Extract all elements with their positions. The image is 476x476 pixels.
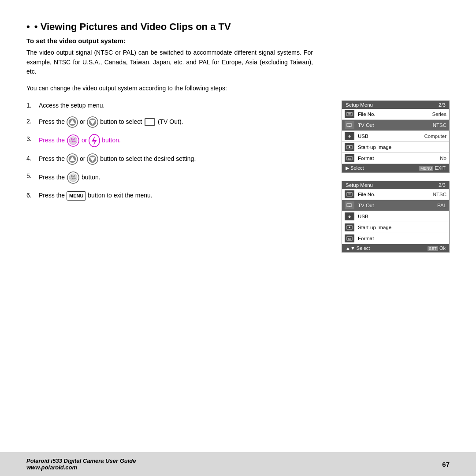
format-icon-1: SD — [346, 156, 353, 160]
menu-2-footer: ▲▼ Select SET Ok — [342, 244, 449, 252]
menu-1-icon-5: SD — [345, 154, 354, 162]
arrow-up-icon — [67, 116, 78, 128]
menu-1-select-label: ▶ Select — [346, 165, 364, 171]
step-3: 3. Press the SET DISP or button. — [26, 134, 333, 147]
menu-2-label-5: Format — [358, 236, 446, 241]
menu-1-value-1: Series — [432, 112, 446, 117]
menu-1-row-3: ⊕ USB Computer — [342, 131, 449, 142]
menu-1-header: Setup Menu 2/3 — [342, 101, 449, 109]
menu-1-label-1: File No. — [358, 112, 432, 117]
flash-icon-pink — [89, 134, 100, 147]
step-4-num: 4. — [26, 153, 35, 163]
setup-menu-1: Setup Menu 2/3 001 File No. Series — [342, 100, 450, 173]
svg-text:DISP: DISP — [71, 177, 76, 180]
menu-2-icon-2 — [345, 201, 354, 209]
svg-point-28 — [349, 146, 350, 148]
body-text-1: The video output signal (NTSC or PAL) ca… — [26, 48, 313, 77]
step-4-text: Press the or button to select the desire… — [39, 153, 333, 165]
menu-1-icon-3: ⊕ — [345, 132, 354, 140]
svg-rect-33 — [347, 204, 351, 207]
menu-1-label-4: Start-up Image — [358, 145, 446, 150]
menu-1-page: 2/3 — [439, 102, 446, 108]
svg-text:SD: SD — [348, 157, 351, 160]
tv-out-icon-1 — [346, 123, 353, 127]
tv-icon — [145, 118, 155, 126]
arrow-down-icon-2 — [87, 153, 98, 165]
set-btn-icon: SET DISP — [67, 171, 80, 184]
menu-1-label-5: Format — [358, 156, 440, 161]
menu-2-row-4: Start-up Image — [342, 222, 449, 233]
menu-1-icon-1: 001 — [345, 110, 354, 118]
step-4: 4. Press the or button to select the de — [26, 153, 333, 165]
footer-website: www.polaroid.com — [26, 464, 136, 471]
step-3-text: Press the SET DISP or button. — [39, 134, 333, 147]
svg-point-37 — [349, 227, 350, 228]
set-disp-icon-pink: SET DISP — [67, 134, 80, 147]
format-icon-2: SD — [346, 236, 353, 241]
svg-text:SD: SD — [348, 237, 351, 240]
footer-brand: Polaroid i533 Digital Camera User Guide — [26, 457, 136, 464]
svg-rect-24 — [347, 123, 351, 126]
tv-out-icon-2 — [346, 203, 353, 208]
step-1: 1. Access the setup menu. — [26, 100, 333, 110]
menu-2-row-2: TV Out PAL — [342, 200, 449, 211]
menu-2-header: Setup Menu 2/3 — [342, 181, 449, 189]
step-5-text: Press the SET DISP button. — [39, 171, 333, 184]
step-2-text: Press the or button to select (TV Ou — [39, 116, 333, 128]
step-5: 5. Press the SET DISP button. — [26, 171, 333, 184]
menu-1-value-2: NTSC — [433, 123, 446, 128]
menu-2-value-1: NTSC — [433, 192, 446, 197]
menu-2-label-2: TV Out — [358, 203, 437, 208]
menu-2-select-label: ▲▼ Select — [346, 245, 370, 251]
menu-2-row-5: SD Format — [342, 233, 449, 244]
menu-2-row-3: ⊕ USB — [342, 211, 449, 222]
menu-2-icon-4 — [345, 223, 354, 231]
step-1-text: Access the setup menu. — [39, 100, 333, 110]
menu-2-label-1: File No. — [358, 192, 433, 197]
menu-2-page: 2/3 — [439, 182, 446, 188]
step-2: 2. Press the or button to select — [26, 116, 333, 128]
step-6: 6. Press the MENU button to exit the men… — [26, 190, 333, 201]
menu-1-row-2: TV Out NTSC — [342, 120, 449, 131]
body-text-2: You can change the video output system a… — [26, 84, 313, 93]
menu-2-icon-5: SD — [345, 234, 354, 242]
menu-2-icon-1: 001 — [345, 190, 354, 198]
menu-1-label-3: USB — [358, 134, 424, 139]
footer-left: Polaroid i533 Digital Camera User Guide … — [26, 457, 136, 471]
menu-1-row-4: Start-up Image — [342, 142, 449, 153]
bullet: • — [26, 21, 30, 32]
step-2-num: 2. — [26, 116, 35, 126]
page-title: • • Viewing Pictures and Video Clips on … — [26, 21, 450, 33]
menu-1-label-2: TV Out — [358, 123, 433, 128]
menu-1-value-3: Computer — [424, 134, 447, 139]
menu-1-icon-4 — [345, 143, 354, 151]
arrow-up-icon-2 — [67, 153, 78, 165]
svg-text:⊕: ⊕ — [348, 215, 351, 218]
step-3-num: 3. — [26, 134, 35, 144]
setup-menu-2: Setup Menu 2/3 001 File No. NTSC — [342, 181, 450, 253]
startup-icon-1 — [346, 145, 353, 149]
set-ok-label: SET — [428, 246, 438, 251]
svg-text:001: 001 — [348, 193, 352, 196]
menu-2-ok: SET Ok — [428, 245, 446, 251]
menus-column: Setup Menu 2/3 001 File No. Series — [342, 100, 450, 260]
menu-1-footer: ▶ Select MENU EXIT — [342, 164, 449, 172]
file-icon-1: 001 — [346, 112, 353, 116]
svg-text:001: 001 — [348, 113, 352, 115]
menu-1-title: Setup Menu — [346, 102, 373, 108]
menu-2-label-3: USB — [358, 214, 446, 219]
step-6-num: 6. — [26, 190, 35, 200]
footer: Polaroid i533 Digital Camera User Guide … — [0, 452, 476, 476]
menu-2-value-2: PAL — [437, 203, 446, 208]
menu-2-row-1: 001 File No. NTSC — [342, 189, 449, 200]
page: • • Viewing Pictures and Video Clips on … — [0, 0, 476, 476]
subtitle: To set the video output system: — [26, 37, 450, 45]
menu-1-row-1: 001 File No. Series — [342, 109, 449, 120]
menu-2-icon-3: ⊕ — [345, 212, 354, 220]
menu-2-label-4: Start-up Image — [358, 225, 446, 230]
steps-column: 1. Access the setup menu. 2. Press the o… — [26, 100, 333, 260]
usb-icon-2: ⊕ — [346, 214, 353, 219]
menu-1-row-5: SD Format No — [342, 153, 449, 164]
step-5-num: 5. — [26, 171, 35, 181]
menu-1-exit: MENU EXIT — [419, 165, 446, 171]
